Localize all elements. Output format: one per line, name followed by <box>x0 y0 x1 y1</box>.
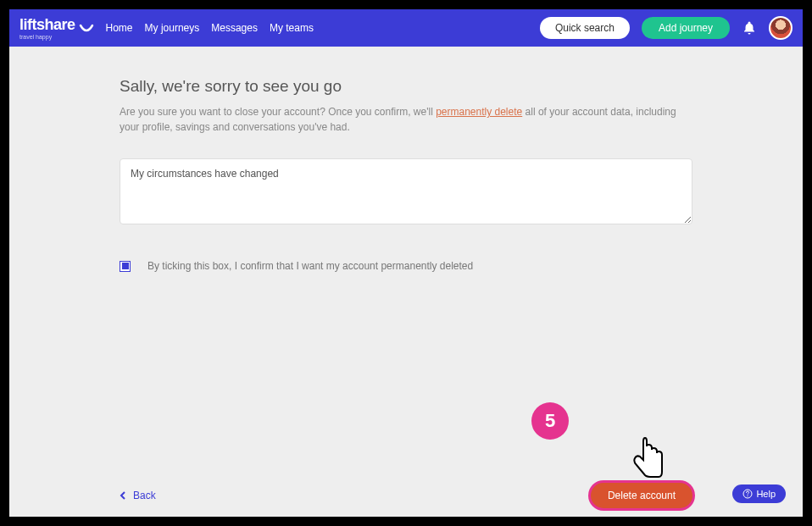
permanently-delete-link[interactable]: permanently delete <box>436 106 522 118</box>
confirm-checkbox-label: By ticking this box, I confirm that I wa… <box>147 260 473 272</box>
footer-bar: Back Delete account <box>9 483 803 508</box>
back-button[interactable]: Back <box>120 490 156 501</box>
quick-search-button[interactable]: Quick search <box>540 17 630 39</box>
smile-icon <box>79 24 94 36</box>
app-frame: liftshare travel happy Home My journeys … <box>7 7 805 519</box>
page-title: Sally, we're sorry to see you go <box>120 77 692 96</box>
logo-text: liftshare <box>19 17 75 32</box>
nav-my-journeys[interactable]: My journeys <box>145 22 200 34</box>
main-content: Sally, we're sorry to see you go Are you… <box>9 47 803 517</box>
nav-messages[interactable]: Messages <box>211 22 258 34</box>
nav-my-teams[interactable]: My teams <box>270 22 314 34</box>
add-journey-button[interactable]: Add journey <box>642 17 730 39</box>
nav: Home My journeys Messages My teams <box>106 22 314 34</box>
annotation-step-badge: 5 <box>531 402 569 440</box>
chevron-left-icon <box>120 491 126 500</box>
logo[interactable]: liftshare travel happy <box>19 17 94 40</box>
avatar[interactable] <box>769 16 793 40</box>
header-bar: liftshare travel happy Home My journeys … <box>9 9 803 47</box>
help-icon <box>742 489 753 499</box>
subtitle-before: Are you sure you want to close your acco… <box>120 106 436 118</box>
confirm-checkbox-row: By ticking this box, I confirm that I wa… <box>120 260 692 272</box>
checkbox-checked-icon <box>122 263 129 269</box>
confirmation-text: Are you sure you want to close your acco… <box>120 104 692 135</box>
confirm-checkbox[interactable] <box>120 261 131 272</box>
reason-textarea[interactable] <box>120 158 692 224</box>
bell-icon[interactable] <box>742 20 757 36</box>
help-label: Help <box>756 489 776 499</box>
back-label: Back <box>133 490 156 501</box>
nav-home[interactable]: Home <box>106 22 133 34</box>
logo-tagline: travel happy <box>19 34 52 40</box>
delete-account-button[interactable]: Delete account <box>591 483 692 508</box>
help-button[interactable]: Help <box>732 484 786 503</box>
svg-point-1 <box>748 496 748 496</box>
